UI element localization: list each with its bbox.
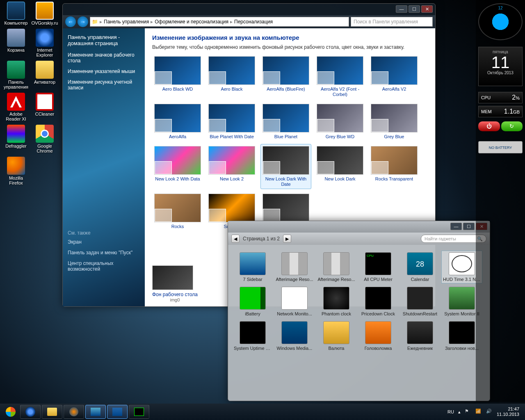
desktop-icon[interactable]: CCleaner bbox=[30, 93, 59, 116]
start-button[interactable] bbox=[2, 404, 19, 420]
gadget-item[interactable]: Головоломка bbox=[358, 320, 399, 352]
restart-button[interactable]: ↻ bbox=[501, 121, 523, 131]
gadget-item[interactable]: All CPU Meter bbox=[358, 251, 399, 283]
sidebar-link[interactable]: Экран bbox=[68, 239, 140, 245]
gadget-item[interactable]: Afterimage Reso... bbox=[274, 251, 315, 283]
sidebar-link[interactable]: Изменение рисунка учетной записи bbox=[68, 79, 140, 91]
sidebar-link[interactable]: Изменение указателей мыши bbox=[68, 68, 140, 74]
gadget-item[interactable]: 28Calendar bbox=[399, 251, 441, 283]
theme-item[interactable]: Rocks bbox=[152, 192, 203, 231]
icon-label: Активатор bbox=[30, 80, 59, 84]
theme-item[interactable]: Grey Blue bbox=[369, 102, 420, 142]
icon-label: Adobe Reader XI bbox=[2, 112, 30, 121]
gadget-icon bbox=[281, 287, 308, 310]
taskbar-gadgets[interactable] bbox=[85, 405, 106, 419]
theme-item[interactable]: Blue Planet bbox=[260, 102, 311, 142]
breadcrumb-seg[interactable]: Панель управления bbox=[104, 19, 149, 25]
theme-item[interactable]: New Look 2 bbox=[206, 144, 257, 189]
mem-meter-gadget[interactable]: MEM 1.1GB bbox=[478, 106, 523, 117]
desktop-icon[interactable]: Internet Explorer bbox=[30, 29, 59, 57]
page-prev-button[interactable]: ◀ bbox=[231, 235, 240, 243]
forward-button[interactable]: → bbox=[78, 16, 88, 27]
theme-item[interactable]: New Look Dark With Date bbox=[260, 144, 311, 189]
background-row[interactable]: Фон рабочего стола img0 bbox=[152, 265, 198, 302]
tray-volume-icon[interactable]: 🔊 bbox=[486, 409, 493, 415]
gadget-item[interactable]: Network Monito... bbox=[274, 285, 315, 318]
maximize-button[interactable]: ☐ bbox=[409, 5, 420, 13]
battery-gadget[interactable]: NO BATTERY bbox=[478, 141, 523, 153]
theme-thumb bbox=[208, 56, 255, 85]
desktop-icon[interactable]: Mozilla Firefox bbox=[2, 157, 30, 185]
tray-network-icon[interactable]: 📶 bbox=[475, 409, 482, 415]
gadget-item[interactable]: Валюта bbox=[316, 320, 357, 352]
theme-item[interactable]: AeroAlfa (BlueFire) bbox=[260, 54, 311, 99]
theme-item[interactable]: Aero Black WD bbox=[152, 54, 203, 99]
shutdown-button[interactable]: ⏻ bbox=[478, 121, 500, 131]
theme-item[interactable]: Grey Blue WD bbox=[315, 102, 365, 142]
theme-item[interactable]: Aero Black bbox=[206, 54, 257, 99]
theme-item[interactable]: Blue Planet With Date bbox=[206, 102, 257, 142]
gadget-item[interactable]: Ежедневник bbox=[399, 320, 441, 352]
sidebar-link[interactable]: Панель задач и меню "Пуск" bbox=[68, 250, 140, 256]
gadget-label: Ежедневник bbox=[401, 346, 439, 351]
theme-thumb bbox=[208, 194, 255, 222]
tray-expand-icon[interactable]: ▴ bbox=[458, 409, 461, 415]
theme-item[interactable]: New Look 2 With Data bbox=[152, 144, 203, 189]
gadget-icon bbox=[365, 252, 391, 275]
taskbar-personalization[interactable] bbox=[107, 405, 128, 419]
taskbar-ie[interactable] bbox=[20, 405, 41, 419]
gadget-item[interactable]: ShutdownRestart bbox=[399, 285, 441, 318]
back-button[interactable]: ← bbox=[65, 16, 76, 27]
theme-item[interactable]: AeroAlfa V2 (Font - Corbel) bbox=[315, 54, 365, 99]
sidebar-link[interactable]: Центр специальных возможностей bbox=[68, 260, 140, 272]
breadcrumb-seg[interactable]: Персонализация bbox=[234, 19, 273, 25]
analog-clock-gadget[interactable] bbox=[478, 3, 523, 40]
calendar-gadget[interactable]: пятница 11 Октябрь 2013 bbox=[478, 47, 523, 86]
cpu-meter-gadget[interactable]: CPU 2% bbox=[478, 92, 523, 103]
app-icon bbox=[7, 157, 25, 175]
gadget-item[interactable]: Phantom clock bbox=[316, 285, 357, 318]
app-icon bbox=[36, 61, 54, 79]
taskbar-monitor[interactable] bbox=[129, 405, 149, 419]
background-thumb bbox=[152, 265, 193, 290]
sidebar-home[interactable]: Панель управления - домашняя страница bbox=[68, 34, 140, 46]
gadget-icon bbox=[449, 321, 475, 344]
minimize-button[interactable]: — bbox=[396, 5, 407, 13]
gadget-item[interactable]: 7 Sidebar bbox=[232, 251, 273, 283]
theme-thumb bbox=[262, 104, 309, 132]
theme-item[interactable]: New Look Dark bbox=[315, 144, 365, 189]
desktop-icon[interactable]: Панель управления bbox=[2, 61, 30, 89]
tray-flag-icon[interactable]: ⚑ bbox=[465, 409, 471, 415]
desktop-icon[interactable]: Defraggler bbox=[2, 125, 30, 148]
desktop-icon[interactable]: Google Chrome bbox=[30, 125, 59, 153]
gadget-item[interactable]: Afterimage Reso... bbox=[316, 251, 357, 283]
desktop-icon[interactable]: Компьютер bbox=[2, 2, 30, 25]
gadget-item[interactable]: System Uptime F... bbox=[232, 320, 273, 352]
gadget-icon bbox=[407, 321, 433, 344]
desktop-icon[interactable]: OVGorskiy.ru bbox=[30, 2, 59, 25]
gadget-icon bbox=[407, 287, 433, 310]
breadcrumb-seg[interactable]: Оформление и персонализация bbox=[155, 19, 228, 25]
gadget-item[interactable]: Pricedown Clock bbox=[358, 285, 399, 318]
sidebar-link[interactable]: Изменение значков рабочего стола bbox=[68, 52, 140, 64]
desktop-icon[interactable]: Активатор bbox=[30, 61, 59, 84]
desktop-icon[interactable]: Adobe Reader XI bbox=[2, 93, 30, 121]
theme-item[interactable]: Rocks Transparent bbox=[369, 144, 420, 189]
taskbar-clock[interactable]: 21:47 11.10.2013 bbox=[497, 406, 519, 417]
taskbar-explorer[interactable] bbox=[42, 405, 62, 419]
close-button[interactable]: ✕ bbox=[421, 5, 433, 13]
gadget-label: Валюта bbox=[317, 346, 355, 351]
search-input[interactable]: Поиск в Панели управления bbox=[351, 17, 433, 27]
theme-item[interactable]: AeroAlfa bbox=[152, 102, 203, 142]
gadget-item[interactable]: iBattery bbox=[232, 285, 273, 318]
theme-item[interactable]: AeroAlfa V2 bbox=[369, 54, 420, 99]
minimize-button[interactable]: — bbox=[450, 223, 462, 230]
page-next-button[interactable]: ▶ bbox=[283, 235, 291, 243]
power-gadget[interactable]: ⏻ ↻ bbox=[478, 121, 523, 131]
breadcrumb[interactable]: 📁 ▸ Панель управления ▸ Оформление и пер… bbox=[90, 17, 349, 27]
gadget-item[interactable]: Windows Media... bbox=[274, 320, 315, 352]
maximize-button[interactable]: ☐ bbox=[463, 223, 475, 230]
taskbar-wmp[interactable] bbox=[64, 405, 84, 419]
language-indicator[interactable]: RU bbox=[447, 409, 454, 414]
desktop-icon[interactable]: Корзина bbox=[2, 29, 30, 52]
